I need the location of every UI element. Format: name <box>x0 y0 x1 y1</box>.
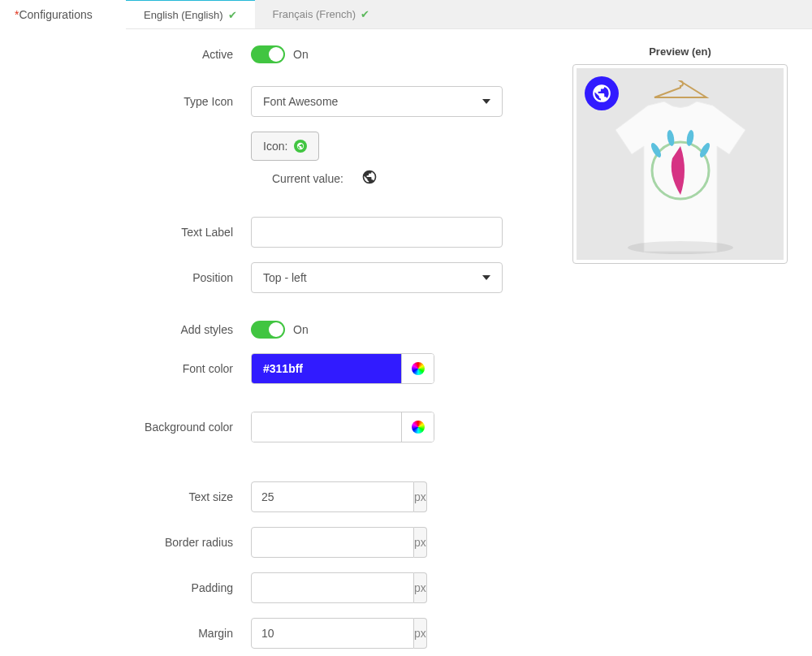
language-tabs: English (English) ✔ Français (French) ✔ <box>126 0 812 29</box>
unit-px: px <box>414 481 427 512</box>
position-select[interactable]: Top - left <box>251 262 503 293</box>
check-icon: ✔ <box>228 9 237 21</box>
text-label-label: Text Label <box>126 226 251 239</box>
margin-label: Margin <box>126 627 251 640</box>
unit-px: px <box>414 527 427 558</box>
chevron-down-icon <box>482 99 490 104</box>
tab-french[interactable]: Français (French) ✔ <box>255 0 388 28</box>
color-wheel-icon <box>412 421 425 434</box>
border-radius-label: Border radius <box>126 536 251 549</box>
unit-px: px <box>414 572 427 603</box>
preview-box <box>572 64 788 264</box>
add-styles-toggle[interactable] <box>251 321 285 339</box>
globe-icon <box>294 140 307 153</box>
preview-title: Preview (en) <box>572 45 788 58</box>
add-styles-label: Add styles <box>126 323 251 336</box>
sidebar-title: Configurations <box>19 8 92 21</box>
tshirt-icon <box>607 97 754 260</box>
padding-label: Padding <box>126 581 251 594</box>
check-icon: ✔ <box>361 8 369 20</box>
border-radius-input[interactable] <box>251 527 414 558</box>
icon-button-label: Icon: <box>263 140 287 153</box>
tab-label: Français (French) <box>273 8 356 20</box>
left-sidebar: *Configurations <box>0 0 126 656</box>
font-color-value: #311bff <box>263 362 303 375</box>
type-icon-label: Type Icon <box>126 95 251 108</box>
hanger-icon <box>648 80 713 99</box>
active-label: Active <box>126 48 251 61</box>
globe-icon <box>361 169 378 188</box>
text-label-input[interactable] <box>251 217 503 248</box>
bg-color-picker-button[interactable] <box>401 412 434 442</box>
font-color-label: Font color <box>126 362 251 375</box>
padding-input[interactable] <box>251 572 414 603</box>
font-color-swatch[interactable]: #311bff <box>252 354 401 383</box>
text-size-label: Text size <box>126 490 251 503</box>
font-color-picker-button[interactable] <box>401 354 434 383</box>
text-size-input[interactable] <box>251 481 414 512</box>
tab-english[interactable]: English (English) ✔ <box>126 0 255 28</box>
icon-picker-button[interactable]: Icon: <box>251 132 319 161</box>
background-color-label: Background color <box>126 421 251 434</box>
chevron-down-icon <box>482 275 490 280</box>
bg-color-swatch[interactable] <box>252 412 401 442</box>
svg-point-5 <box>628 241 733 254</box>
active-toggle[interactable] <box>251 45 285 63</box>
active-state: On <box>293 48 309 61</box>
type-icon-select[interactable]: Font Awesome <box>251 86 503 117</box>
type-icon-value: Font Awesome <box>263 95 338 108</box>
position-value: Top - left <box>263 271 307 284</box>
position-label: Position <box>126 271 251 284</box>
margin-input[interactable] <box>251 618 414 649</box>
add-styles-state: On <box>293 323 309 336</box>
current-value-label: Current value: <box>272 172 343 185</box>
unit-px: px <box>414 618 427 649</box>
color-wheel-icon <box>412 362 425 375</box>
tab-label: English (English) <box>144 9 223 21</box>
